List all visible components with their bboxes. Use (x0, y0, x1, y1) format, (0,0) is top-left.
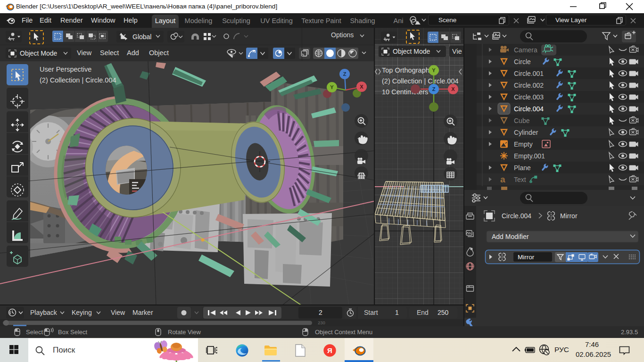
svg-text:1: 1 (395, 309, 399, 316)
svg-text:Empty: Empty (514, 140, 533, 148)
svg-text:Text: Text (514, 176, 526, 183)
svg-text:Y: Y (330, 84, 334, 90)
svg-text:230: 230 (318, 320, 325, 325)
svg-text:Keying: Keying (72, 309, 92, 316)
svg-text:Я: Я (327, 346, 332, 354)
svg-text:2.93.5: 2.93.5 (621, 329, 638, 336)
svg-text:Z: Z (432, 86, 436, 92)
svg-text:Camera: Camera (514, 46, 537, 54)
svg-text:Object Context Menu: Object Context Menu (315, 329, 372, 336)
svg-text:Circle.004: Circle.004 (502, 212, 531, 220)
svg-text:Circle: Circle (514, 58, 531, 66)
svg-text:View: View (111, 309, 125, 316)
svg-text:Empty.001: Empty.001 (514, 152, 545, 160)
svg-text:Start: Start (364, 309, 378, 316)
svg-text:Y: Y (432, 67, 436, 73)
svg-text:Cylinder: Cylinder (514, 129, 538, 136)
svg-text:Z: Z (343, 71, 347, 77)
svg-text:Circle.003: Circle.003 (514, 93, 544, 101)
svg-text:X: X (360, 84, 363, 90)
svg-text:Select: Select (26, 329, 43, 336)
svg-text:Circle.002: Circle.002 (514, 82, 544, 89)
svg-text:Box Select: Box Select (58, 329, 88, 336)
svg-text:Cube: Cube (514, 117, 530, 124)
svg-text:2: 2 (319, 309, 322, 316)
svg-text:X: X (451, 86, 455, 92)
svg-text:Plane: Plane (514, 164, 531, 172)
svg-text:250: 250 (438, 309, 449, 316)
svg-text:Marker: Marker (132, 309, 153, 316)
svg-text:Playback: Playback (30, 309, 58, 316)
svg-text:Mirror: Mirror (560, 212, 578, 220)
svg-text:Circle.004: Circle.004 (514, 105, 544, 113)
svg-text:End: End (417, 309, 429, 316)
svg-text:Circle.001: Circle.001 (514, 70, 544, 77)
svg-text:a: a (500, 174, 505, 184)
svg-text:Add Modifier: Add Modifier (492, 233, 529, 240)
svg-text:Mirror: Mirror (518, 254, 535, 261)
svg-text:Rotate View: Rotate View (168, 329, 201, 336)
